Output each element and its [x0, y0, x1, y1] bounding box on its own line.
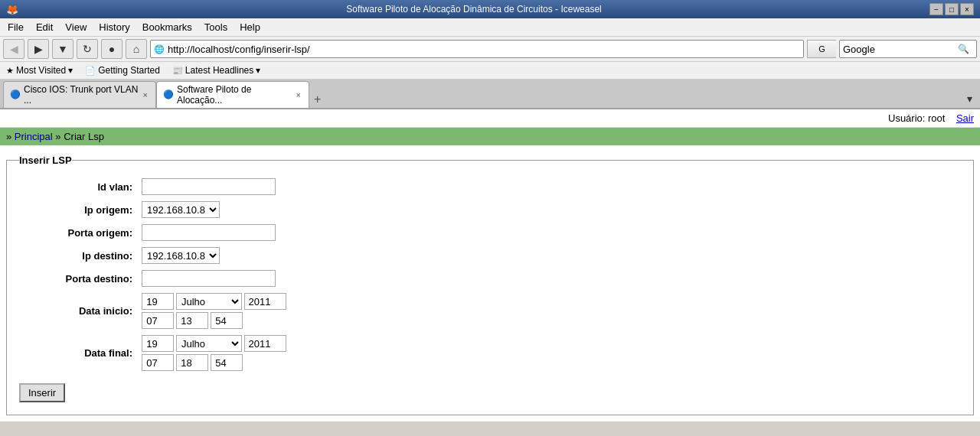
- maximize-button[interactable]: □: [945, 3, 959, 15]
- form-row-portaorigem: Porta origem:: [19, 224, 961, 241]
- title-bar-text: Software Piloto de Alocação Dinâmica de …: [18, 4, 929, 15]
- breadcrumb-current: Criar Lsp: [64, 131, 104, 142]
- datafinal-label: Data final:: [19, 347, 142, 359]
- bookmark-getting-started[interactable]: 📄 Getting Started: [82, 64, 163, 76]
- bookmarks-bar: ★ Most Visited ▾ 📄 Getting Started 📰 Lat…: [0, 62, 980, 80]
- datafinal-hour[interactable]: [142, 354, 174, 371]
- tab-cisco-close[interactable]: ×: [142, 90, 149, 99]
- datainicio-label: Data inicio:: [19, 305, 142, 317]
- datainicio-group: JaneiroFevereiroMarço AbrilMaioJunho Jul…: [142, 293, 286, 329]
- iporigem-label: Ip origem:: [19, 204, 142, 216]
- getting-started-icon: 📄: [85, 66, 96, 76]
- datainicio-second[interactable]: [211, 312, 243, 329]
- datafinal-year[interactable]: [244, 335, 286, 352]
- form-section-title: Inserir LSP: [19, 155, 72, 166]
- tab-cisco-label: Cisco IOS: Trunk port VLAN ...: [24, 84, 139, 106]
- latest-headlines-label: Latest Headlines: [185, 65, 253, 76]
- home-button[interactable]: ⌂: [126, 39, 147, 59]
- logout-link[interactable]: Sair: [956, 112, 974, 124]
- address-icon: 🌐: [154, 44, 165, 54]
- form-row-ipdestino: Ip destino: 192.168.10.8: [19, 247, 961, 264]
- toolbar: ◀ ▶ ▼ ↻ ● ⌂ 🌐 G 🔍: [0, 37, 980, 62]
- form-row-datafinal: Data final: JaneiroFevereiroMarço AbrilM…: [19, 335, 961, 371]
- tab-cisco-favicon: 🔵: [10, 89, 21, 100]
- history-dropdown-button[interactable]: ▼: [52, 39, 74, 59]
- datainicio-time-row: [142, 312, 286, 329]
- datafinal-month[interactable]: JaneiroFevereiroMarço AbrilMaioJunho Jul…: [176, 335, 242, 352]
- bookmark-most-visited[interactable]: ★ Most Visited ▾: [3, 64, 76, 76]
- datafinal-second[interactable]: [211, 354, 243, 371]
- datafinal-time-row: [142, 354, 286, 371]
- idvlan-label: Id vlan:: [19, 181, 142, 193]
- title-bar: 🦊 Software Piloto de Alocação Dinâmica d…: [0, 0, 980, 18]
- iporigem-select[interactable]: 192.168.10.8: [142, 201, 220, 218]
- search-box: 🔍: [839, 40, 977, 58]
- portadestino-input[interactable]: [142, 270, 276, 287]
- insert-row: Inserir: [19, 377, 961, 402]
- idvlan-input[interactable]: [142, 178, 276, 195]
- minimize-button[interactable]: −: [929, 3, 943, 15]
- user-bar: Usuário: root Sair: [0, 109, 980, 128]
- most-visited-label: Most Visited: [16, 65, 66, 76]
- address-input[interactable]: [168, 44, 800, 55]
- form-row-portadestino: Porta destino:: [19, 270, 961, 287]
- tab-cisco[interactable]: 🔵 Cisco IOS: Trunk port VLAN ... ×: [3, 81, 156, 108]
- menu-history[interactable]: History: [94, 20, 134, 34]
- bookmark-latest-headlines[interactable]: 📰 Latest Headlines ▾: [169, 64, 263, 76]
- most-visited-icon: ★: [6, 66, 14, 76]
- menu-view[interactable]: View: [60, 20, 91, 34]
- breadcrumb-separator: »: [55, 131, 64, 142]
- datafinal-day[interactable]: [142, 335, 174, 352]
- tab-software[interactable]: 🔵 Software Piloto de Alocação... ×: [156, 81, 309, 108]
- inserir-button[interactable]: Inserir: [19, 383, 65, 402]
- datainicio-day[interactable]: [142, 293, 174, 310]
- breadcrumb-bar: » Principal » Criar Lsp: [0, 128, 980, 145]
- title-bar-buttons: − □ ×: [929, 3, 974, 15]
- form-section: Inserir LSP Id vlan: Ip origem: 192.168.…: [6, 155, 974, 415]
- breadcrumb-home[interactable]: Principal: [15, 131, 53, 142]
- form-row-iporigem: Ip origem: 192.168.10.8: [19, 201, 961, 218]
- portadestino-label: Porta destino:: [19, 273, 142, 285]
- menu-bar: File Edit View History Bookmarks Tools H…: [0, 18, 980, 37]
- menu-file[interactable]: File: [3, 20, 28, 34]
- tab-software-label: Software Piloto de Alocação...: [177, 84, 292, 106]
- tab-software-favicon: 🔵: [163, 89, 174, 100]
- latest-headlines-dropdown-icon: ▾: [256, 65, 260, 76]
- datafinal-group: JaneiroFevereiroMarço AbrilMaioJunho Jul…: [142, 335, 286, 371]
- datafinal-minute[interactable]: [176, 354, 208, 371]
- datainicio-date-row: JaneiroFevereiroMarço AbrilMaioJunho Jul…: [142, 293, 286, 310]
- datafinal-date-row: JaneiroFevereiroMarço AbrilMaioJunho Jul…: [142, 335, 286, 352]
- stop-button[interactable]: ●: [101, 39, 122, 59]
- form-row-datainicio: Data inicio: JaneiroFevereiroMarço Abril…: [19, 293, 961, 329]
- portaorigem-label: Porta origem:: [19, 227, 142, 239]
- portaorigem-input[interactable]: [142, 224, 276, 241]
- datainicio-hour[interactable]: [142, 312, 174, 329]
- ipdestino-label: Ip destino:: [19, 250, 142, 262]
- getting-started-label: Getting Started: [98, 65, 160, 76]
- search-input[interactable]: [843, 44, 958, 55]
- datainicio-month[interactable]: JaneiroFevereiroMarço AbrilMaioJunho Jul…: [176, 293, 242, 310]
- address-bar: 🌐: [150, 40, 804, 58]
- back-button[interactable]: ◀: [3, 39, 24, 59]
- user-text: Usuário: root: [888, 112, 945, 124]
- tabs-dropdown[interactable]: ▾: [962, 89, 977, 108]
- new-tab-button[interactable]: +: [309, 91, 325, 108]
- title-bar-icon: 🦊: [6, 4, 18, 15]
- menu-help[interactable]: Help: [235, 20, 265, 34]
- latest-headlines-icon: 📰: [172, 66, 183, 76]
- content-area: Inserir LSP Id vlan: Ip origem: 192.168.…: [0, 145, 980, 421]
- forward-button[interactable]: ▶: [28, 39, 49, 59]
- tab-software-close[interactable]: ×: [295, 90, 302, 99]
- datainicio-minute[interactable]: [176, 312, 208, 329]
- most-visited-dropdown-icon: ▾: [68, 65, 73, 76]
- google-search-icon[interactable]: G: [807, 40, 836, 58]
- menu-tools[interactable]: Tools: [200, 20, 232, 34]
- search-button[interactable]: 🔍: [958, 44, 969, 54]
- reload-button[interactable]: ↻: [77, 39, 98, 59]
- ipdestino-select[interactable]: 192.168.10.8: [142, 247, 220, 264]
- menu-edit[interactable]: Edit: [31, 20, 57, 34]
- datainicio-year[interactable]: [244, 293, 286, 310]
- menu-bookmarks[interactable]: Bookmarks: [138, 20, 197, 34]
- form-row-idvlan: Id vlan:: [19, 178, 961, 195]
- close-button[interactable]: ×: [960, 3, 974, 15]
